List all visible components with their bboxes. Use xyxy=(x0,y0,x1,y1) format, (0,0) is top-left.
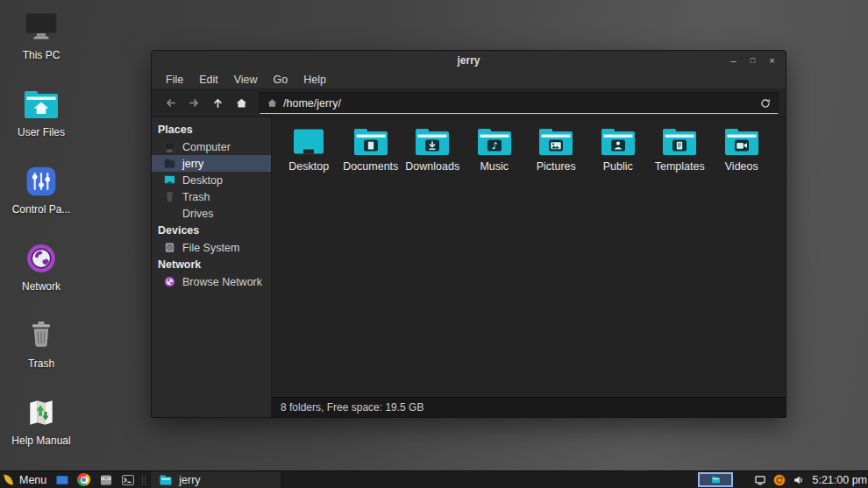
tray-volume[interactable] xyxy=(793,474,805,486)
path-home-icon xyxy=(267,97,278,109)
titlebar[interactable]: jerry – □ × xyxy=(152,51,786,70)
maximize-button[interactable]: □ xyxy=(745,53,760,67)
sidebar-item-desktop[interactable]: Desktop xyxy=(152,172,271,188)
control-panel-icon xyxy=(22,164,60,199)
tray-update[interactable] xyxy=(773,474,786,486)
file-item-label: Pictures xyxy=(537,160,576,173)
desktop: This PCUser FilesControl Pa...NetworkTra… xyxy=(0,0,868,488)
file-item-desktop[interactable]: Desktop xyxy=(278,126,340,173)
file-item-templates[interactable]: Templates xyxy=(649,126,711,173)
file-item-downloads[interactable]: Downloads xyxy=(402,126,464,173)
folder-template-icon xyxy=(660,126,699,158)
desktop-icon-control-pa[interactable]: Control Pa... xyxy=(0,158,82,235)
home-button[interactable] xyxy=(230,92,253,114)
window-controls: – □ × xyxy=(726,53,786,67)
sidebar-item-label: Browse Network xyxy=(182,276,262,288)
desktop-small-icon xyxy=(163,173,176,187)
clock[interactable]: 5:21:00 pm xyxy=(812,474,867,486)
statusbar: 8 folders, Free space: 19.5 GB xyxy=(272,397,786,417)
task-button-jerry[interactable]: jerry xyxy=(150,471,281,488)
sidebar-item-label: File System xyxy=(182,242,239,254)
this-pc-icon xyxy=(22,10,60,45)
menu-item-view[interactable]: View xyxy=(226,72,266,88)
drives-icon xyxy=(163,207,176,220)
up-button[interactable] xyxy=(206,92,230,114)
desktop-icon-help-manual[interactable]: Help Manual xyxy=(0,389,82,466)
file-item-label: Desktop xyxy=(288,160,329,173)
user-files-icon xyxy=(22,87,60,122)
desktop-icon-network[interactable]: Network xyxy=(0,235,82,312)
task-folder-icon xyxy=(159,473,173,487)
desktop-icon-this-pc[interactable]: This PC xyxy=(0,4,82,81)
sidebar-header-devices: Devices xyxy=(152,222,271,239)
forward-button[interactable] xyxy=(182,92,206,114)
folder-music-icon: ♪ xyxy=(475,126,514,158)
tray-display[interactable] xyxy=(754,474,766,486)
file-item-label: Templates xyxy=(655,160,705,173)
home-dir-icon xyxy=(163,157,176,170)
menu-item-help[interactable]: Help xyxy=(295,72,334,88)
launcher-chrome[interactable] xyxy=(76,472,91,487)
menu-item-file[interactable]: File xyxy=(158,72,191,88)
menu-button[interactable]: Menu xyxy=(0,471,53,488)
tray-area: 5:21:00 pm xyxy=(698,471,868,488)
desktop-icon-user-files[interactable]: User Files xyxy=(0,81,82,158)
launcher-show-desktop[interactable] xyxy=(54,472,69,487)
folder-video-icon xyxy=(722,126,761,158)
minimize-button[interactable]: – xyxy=(726,53,741,67)
sidebar-item-trash[interactable]: Trash xyxy=(152,188,271,205)
file-item-documents[interactable]: Documents xyxy=(340,126,402,173)
path-entry[interactable]: /home/jerry/ xyxy=(260,92,779,114)
folder-picture-icon xyxy=(537,126,575,158)
launcher-strip xyxy=(53,472,139,487)
refresh-icon[interactable] xyxy=(759,97,772,110)
file-item-public[interactable]: Public xyxy=(587,126,650,173)
sidebar-item-file-system[interactable]: File System xyxy=(152,239,271,256)
sidebar-item-label: jerry xyxy=(182,158,203,170)
panel-handle[interactable] xyxy=(141,475,146,485)
main-pane: DesktopDocumentsDownloads♪MusicPicturesP… xyxy=(271,117,786,417)
file-item-label: Public xyxy=(603,160,633,173)
svg-text:♪: ♪ xyxy=(491,140,497,152)
desktop-screen-icon xyxy=(289,126,328,158)
menu-item-edit[interactable]: Edit xyxy=(191,72,226,88)
folder-document-icon xyxy=(352,126,390,158)
sidebar-item-label: Computer xyxy=(182,141,231,153)
file-item-videos[interactable]: Videos xyxy=(711,126,773,173)
file-item-label: Downloads xyxy=(405,160,459,173)
folder-person-icon xyxy=(599,126,637,158)
desktop-icon-column: This PCUser FilesControl Pa...NetworkTra… xyxy=(0,4,82,466)
desktop-icon-label: Control Pa... xyxy=(12,203,71,216)
desktop-icon-label: Trash xyxy=(28,357,54,370)
file-item-pictures[interactable]: Pictures xyxy=(525,126,587,173)
sidebar-item-label: Trash xyxy=(182,191,210,203)
tray-display-icon xyxy=(754,474,766,486)
sidebar-item-browse-network[interactable]: Browse Network xyxy=(152,273,271,290)
sidebar-item-jerry[interactable]: jerry xyxy=(152,155,271,172)
pager-window-icon xyxy=(711,475,721,484)
desktop-icon-label: Help Manual xyxy=(11,435,70,447)
show-desktop-icon xyxy=(55,473,69,487)
feather-menu-icon xyxy=(2,473,15,486)
launcher-terminal[interactable] xyxy=(120,472,135,487)
path-text[interactable]: /home/jerry/ xyxy=(283,97,754,110)
trash-icon xyxy=(22,318,60,353)
chrome-icon xyxy=(77,473,91,487)
close-button[interactable]: × xyxy=(765,53,779,67)
terminal-icon xyxy=(121,473,135,487)
workspace-pager[interactable] xyxy=(698,472,733,487)
file-grid: DesktopDocumentsDownloads♪MusicPicturesP… xyxy=(272,117,786,397)
task-folder-icon xyxy=(711,475,721,484)
tray-volume-icon xyxy=(793,474,805,486)
sidebar-item-label: Drives xyxy=(182,208,213,220)
back-button[interactable] xyxy=(159,92,182,114)
sidebar-item-computer[interactable]: Computer xyxy=(152,138,271,155)
entry-home-icon xyxy=(267,97,278,109)
menu-item-go[interactable]: Go xyxy=(266,72,296,88)
sidebar: PlacesComputerjerryDesktopTrashDrivesDev… xyxy=(152,117,271,417)
desktop-icon-trash[interactable]: Trash xyxy=(0,312,82,389)
launcher-archive[interactable] xyxy=(98,472,113,487)
file-item-music[interactable]: ♪Music xyxy=(464,126,526,173)
menubar: FileEditViewGoHelp xyxy=(152,70,786,88)
sidebar-item-drives[interactable]: Drives xyxy=(152,205,271,222)
